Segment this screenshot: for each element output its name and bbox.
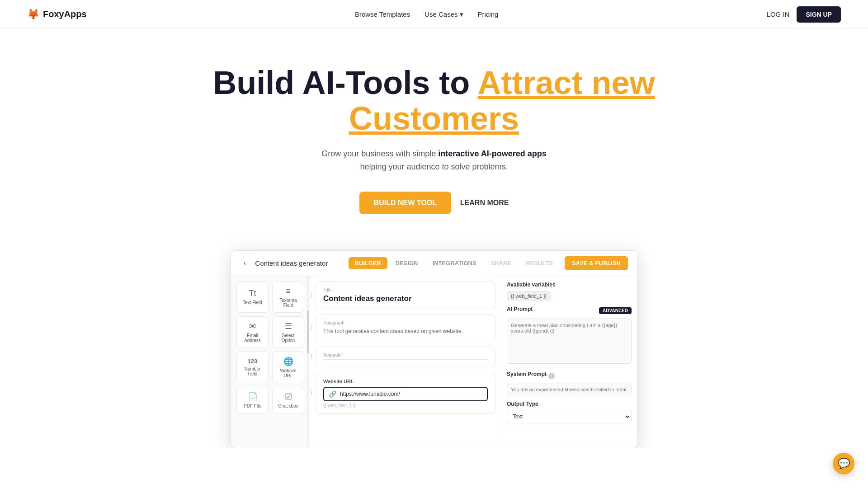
- canvas-panel: ⠿ Title Content ideas generator ⠿ Paragr…: [310, 276, 501, 448]
- canvas-paragraph-block: ⠿ Paragraph This tool generates content …: [316, 314, 495, 341]
- drag-handle-separator[interactable]: ⠿: [310, 353, 313, 361]
- url-value: https://www.lunadio.com/: [340, 391, 400, 397]
- tab-builder[interactable]: BUILDER: [349, 257, 387, 269]
- build-new-tool-button[interactable]: BUILD NEW TOOL: [359, 192, 451, 214]
- variable-badge: {{ web_field_1 }}: [507, 291, 551, 300]
- url-hint: {{ web_field_1 }}: [323, 403, 488, 408]
- pdf-icon: 📄: [248, 392, 258, 402]
- tool-header: ‹ Content ideas generator BUILDER DESIGN…: [231, 251, 637, 276]
- field-select-label: Select Option: [275, 333, 301, 343]
- nav-use-cases[interactable]: Use Cases ▾: [425, 10, 463, 19]
- drag-handle-paragraph[interactable]: ⠿: [310, 324, 313, 331]
- drag-handle-url[interactable]: ⠿: [310, 389, 313, 397]
- system-prompt-row: System Prompt i: [507, 371, 632, 381]
- field-pdf-file[interactable]: 📄 PDF File: [236, 387, 269, 413]
- tool-body: Tt Text Field ≡ Textarea Field ✉ Email A…: [231, 276, 637, 448]
- field-email-label: Email Address: [240, 333, 265, 343]
- field-pdf-label: PDF File: [244, 404, 261, 408]
- field-textarea-field[interactable]: ≡ Textarea Field: [272, 282, 304, 313]
- canvas-title-block: ⠿ Title Content ideas generator: [316, 282, 495, 309]
- hero-section: Build AI-Tools to Attract new Customers …: [0, 29, 868, 241]
- title-label: Title: [323, 287, 488, 292]
- drag-handle-title[interactable]: ⠿: [310, 291, 313, 299]
- field-website-label: Website URL: [275, 368, 301, 378]
- website-icon: 🌐: [283, 357, 293, 366]
- select-icon: ☰: [285, 321, 292, 331]
- tool-title: Content ideas generator: [255, 259, 348, 267]
- signup-button[interactable]: SIGN UP: [797, 6, 841, 23]
- system-prompt-title: System Prompt: [507, 371, 547, 377]
- system-prompt-input[interactable]: [507, 384, 632, 395]
- url-input-display[interactable]: 🔗 https://www.lunadio.com/: [323, 387, 488, 401]
- login-button[interactable]: LOG IN: [767, 10, 790, 18]
- field-text-field-label: Text Field: [243, 300, 262, 305]
- ai-prompt-textarea[interactable]: [507, 319, 632, 364]
- separator-line: [323, 359, 488, 360]
- save-publish-button[interactable]: SAVE & PUBLISH: [565, 256, 628, 270]
- separator-block-content: Separator: [316, 347, 495, 367]
- fields-panel: Tt Text Field ≡ Textarea Field ✉ Email A…: [231, 276, 310, 448]
- paragraph-label: Paragraph: [323, 320, 488, 325]
- hero-subtitle: Grow your business with simple interacti…: [18, 147, 850, 174]
- logo-text: FoxyApps: [43, 9, 87, 19]
- field-number-label: Number Field: [240, 366, 265, 376]
- number-icon: 123: [248, 358, 258, 365]
- checkbox-icon: ☑: [285, 392, 292, 402]
- nav-browse-templates[interactable]: Browse Templates: [355, 10, 410, 18]
- info-icon: i: [548, 373, 555, 379]
- paragraph-text: This tool generates content ideas based …: [323, 327, 488, 335]
- tool-window: ‹ Content ideas generator BUILDER DESIGN…: [231, 250, 637, 448]
- link-icon: 🔗: [329, 390, 336, 398]
- back-button[interactable]: ‹: [240, 257, 250, 269]
- tab-share[interactable]: SHARE: [485, 257, 518, 269]
- textarea-icon: ≡: [286, 286, 291, 296]
- canvas-separator-block: ⠿ Separator: [316, 347, 495, 367]
- url-field-label: Website URL: [323, 379, 488, 384]
- canvas-url-block: ⠿ Website URL 🔗 https://www.lunadio.com/…: [316, 373, 495, 414]
- field-email-address[interactable]: ✉ Email Address: [236, 316, 269, 348]
- tool-tabs: BUILDER DESIGN INTEGRATIONS SHARE RESULT…: [349, 257, 559, 269]
- email-icon: ✉: [249, 321, 256, 331]
- hero-buttons: BUILD NEW TOOL LEARN MORE: [18, 192, 850, 214]
- separator-label: Separator: [323, 352, 488, 357]
- tool-preview-wrapper: ‹ Content ideas generator BUILDER DESIGN…: [0, 241, 868, 448]
- text-field-icon: Tt: [249, 289, 256, 298]
- tab-integrations[interactable]: INTEGRATIONS: [426, 257, 482, 269]
- field-number-field[interactable]: 123 Number Field: [236, 352, 269, 383]
- navbar: 🦊 FoxyApps Browse Templates Use Cases ▾ …: [0, 0, 868, 29]
- chevron-down-icon: ▾: [460, 10, 463, 19]
- field-text-field[interactable]: Tt Text Field: [236, 282, 269, 313]
- title-text: Content ideas generator: [323, 294, 488, 303]
- ai-prompt-title: AI Prompt: [507, 306, 533, 312]
- logo[interactable]: 🦊 FoxyApps: [27, 9, 87, 20]
- title-block-content: Title Content ideas generator: [316, 282, 495, 309]
- advanced-badge: ADVANCED: [599, 307, 632, 314]
- url-block-content: Website URL 🔗 https://www.lunadio.com/ {…: [316, 373, 495, 414]
- output-type-label: Output Type: [507, 401, 632, 407]
- field-checkbox[interactable]: ☑ Checkbox: [272, 387, 304, 413]
- field-checkbox-label: Checkbox: [278, 404, 298, 408]
- settings-panel: Available variables {{ web_field_1 }} AI…: [501, 276, 637, 448]
- paragraph-block-content: Paragraph This tool generates content id…: [316, 314, 495, 341]
- tab-design[interactable]: DESIGN: [389, 257, 425, 269]
- nav-actions: LOG IN SIGN UP: [767, 6, 841, 23]
- ai-prompt-header: AI Prompt ADVANCED: [507, 306, 632, 316]
- hero-headline: Build AI-Tools to Attract new Customers: [18, 65, 850, 136]
- field-select-option[interactable]: ☰ Select Option: [272, 316, 304, 348]
- learn-more-button[interactable]: LEARN MORE: [460, 199, 509, 207]
- field-textarea-label: Textarea Field: [275, 298, 301, 308]
- nav-links: Browse Templates Use Cases ▾ Pricing: [355, 10, 499, 19]
- available-vars-title: Available variables: [507, 282, 632, 288]
- field-grid: Tt Text Field ≡ Textarea Field ✉ Email A…: [236, 282, 304, 413]
- output-type-select[interactable]: Text: [507, 410, 632, 423]
- field-website-url[interactable]: 🌐 Website URL: [272, 352, 304, 383]
- tab-results[interactable]: RESULTS: [519, 257, 559, 269]
- logo-icon: 🦊: [27, 9, 39, 20]
- nav-pricing[interactable]: Pricing: [478, 10, 499, 18]
